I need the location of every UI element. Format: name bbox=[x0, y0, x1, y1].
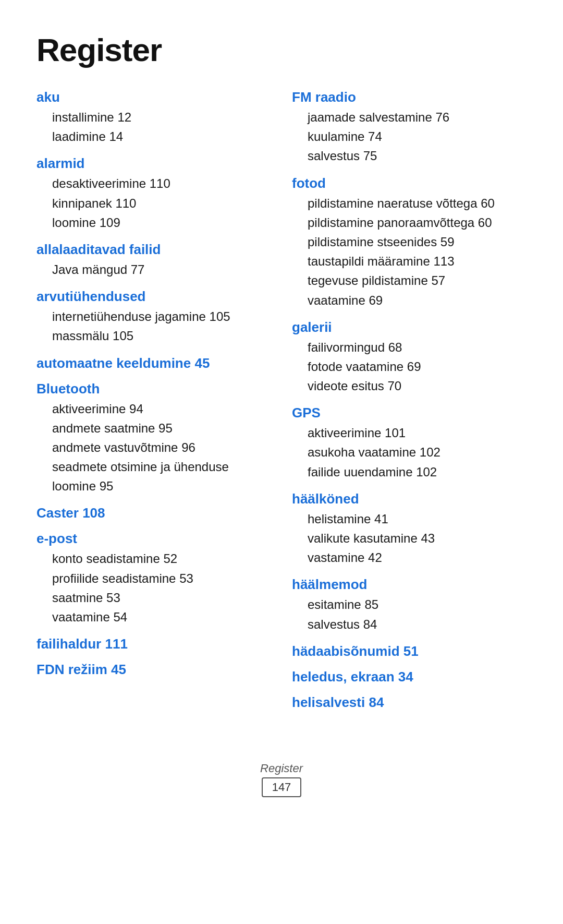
entry-subitem: jaamade salvestamine 76 bbox=[308, 107, 527, 127]
entry-header: alarmid bbox=[36, 155, 271, 172]
entry-subitem: salvestus 84 bbox=[308, 615, 527, 634]
entry-subitem: vastamine 42 bbox=[308, 548, 527, 567]
entry-header: heledus, ekraan 34 bbox=[292, 669, 527, 685]
entry-header: helisalvesti 84 bbox=[292, 694, 527, 711]
entry-subitem: tegevuse pildistamine 57 bbox=[308, 271, 527, 290]
entry-subitem: kuulamine 74 bbox=[308, 127, 527, 146]
index-entry: Caster 108 bbox=[36, 505, 271, 521]
entry-subitem: desaktiveerimine 110 bbox=[52, 174, 271, 193]
entry-subitem: andmete saatmine 95 bbox=[52, 418, 271, 438]
right-column: FM raadiojaamade salvestamine 76kuulamin… bbox=[292, 89, 527, 720]
entry-subitem: kinnipanek 110 bbox=[52, 194, 271, 213]
index-entry: häälkönedhelistamine 41valikute kasutami… bbox=[292, 491, 527, 568]
entry-subitem: laadimine 14 bbox=[52, 127, 271, 146]
entry-subitems: aktiveerimine 94andmete saatmine 95andme… bbox=[36, 399, 271, 496]
entry-header: FM raadio bbox=[292, 89, 527, 105]
entry-subitem: taustapildi määramine 113 bbox=[308, 251, 527, 271]
entry-subitems: Java mängud 77 bbox=[36, 260, 271, 279]
index-entry: helisalvesti 84 bbox=[292, 694, 527, 711]
entry-subitem: seadmete otsimine ja ühenduse loomine 95 bbox=[52, 457, 271, 496]
entry-subitems: failivormingud 68fotode vaatamine 69vide… bbox=[292, 338, 527, 396]
entry-subitem: aktiveerimine 101 bbox=[308, 423, 527, 442]
index-entry: häälmemodesitamine 85salvestus 84 bbox=[292, 577, 527, 633]
entry-subitem: Java mängud 77 bbox=[52, 260, 271, 279]
entry-header: hädaabisõnumid 51 bbox=[292, 643, 527, 659]
entry-subitem: pildistamine naeratuse võttega 60 bbox=[308, 194, 527, 213]
entry-header: galerii bbox=[292, 319, 527, 335]
entry-subitem: massmälu 105 bbox=[52, 326, 271, 345]
entry-subitem: helistamine 41 bbox=[308, 509, 527, 529]
entry-subitem: vaatamine 69 bbox=[308, 291, 527, 310]
entry-subitem: aktiveerimine 94 bbox=[52, 399, 271, 418]
index-entry: alarmiddesaktiveerimine 110kinnipanek 11… bbox=[36, 155, 271, 232]
footer-page: 147 bbox=[262, 777, 302, 797]
index-entry: hädaabisõnumid 51 bbox=[292, 643, 527, 659]
entry-subitem: internetiühenduse jagamine 105 bbox=[52, 307, 271, 326]
entry-subitem: salvestus 75 bbox=[308, 146, 527, 165]
entry-subitem: failide uuendamine 102 bbox=[308, 462, 527, 482]
entry-header: arvutiühendused bbox=[36, 289, 271, 305]
entry-subitem: pildistamine panoraamvõttega 60 bbox=[308, 213, 527, 232]
footer: Register 147 bbox=[36, 762, 527, 797]
entry-subitem: vaatamine 54 bbox=[52, 607, 271, 627]
index-entry: galeriifailivormingud 68fotode vaatamine… bbox=[292, 319, 527, 396]
entry-subitem: loomine 109 bbox=[52, 213, 271, 232]
index-entry: automaatne keeldumine 45 bbox=[36, 355, 271, 371]
entry-header: FDN režiim 45 bbox=[36, 662, 271, 678]
index-entry: failihaldur 111 bbox=[36, 636, 271, 652]
entry-header: e-post bbox=[36, 531, 271, 547]
entry-subitem: videote esitus 70 bbox=[308, 376, 527, 395]
entry-subitem: andmete vastuvõtmine 96 bbox=[52, 438, 271, 457]
entry-subitem: installimine 12 bbox=[52, 107, 271, 127]
index-columns: akuinstallimine 12laadimine 14alarmiddes… bbox=[36, 89, 527, 720]
footer-label: Register bbox=[36, 762, 527, 775]
entry-subitem: saatmine 53 bbox=[52, 588, 271, 607]
entry-header: fotod bbox=[292, 175, 527, 191]
entry-header: aku bbox=[36, 89, 271, 105]
index-entry: heledus, ekraan 34 bbox=[292, 669, 527, 685]
entry-subitem: asukoha vaatamine 102 bbox=[308, 442, 527, 462]
index-entry: e-postkonto seadistamine 52profiilide se… bbox=[36, 531, 271, 627]
entry-subitem: esitamine 85 bbox=[308, 595, 527, 614]
entry-subitem: profiilide seadistamine 53 bbox=[52, 569, 271, 588]
entry-subitem: failivormingud 68 bbox=[308, 338, 527, 357]
index-entry: FDN režiim 45 bbox=[36, 662, 271, 678]
entry-header: automaatne keeldumine 45 bbox=[36, 355, 271, 371]
index-entry: GPSaktiveerimine 101asukoha vaatamine 10… bbox=[292, 405, 527, 482]
entry-subitems: helistamine 41valikute kasutamine 43vast… bbox=[292, 509, 527, 568]
entry-subitems: internetiühenduse jagamine 105massmälu 1… bbox=[36, 307, 271, 345]
entry-subitems: installimine 12laadimine 14 bbox=[36, 107, 271, 146]
left-column: akuinstallimine 12laadimine 14alarmiddes… bbox=[36, 89, 271, 720]
index-entry: fotodpildistamine naeratuse võttega 60pi… bbox=[292, 175, 527, 310]
entry-subitems: pildistamine naeratuse võttega 60pildist… bbox=[292, 194, 527, 310]
entry-header: häälmemod bbox=[292, 577, 527, 593]
entry-subitems: desaktiveerimine 110kinnipanek 110loomin… bbox=[36, 174, 271, 232]
entry-subitems: esitamine 85salvestus 84 bbox=[292, 595, 527, 633]
entry-subitems: jaamade salvestamine 76kuulamine 74salve… bbox=[292, 107, 527, 166]
entry-subitem: fotode vaatamine 69 bbox=[308, 357, 527, 376]
entry-subitems: aktiveerimine 101asukoha vaatamine 102fa… bbox=[292, 423, 527, 482]
entry-subitem: valikute kasutamine 43 bbox=[308, 529, 527, 548]
index-entry: akuinstallimine 12laadimine 14 bbox=[36, 89, 271, 146]
entry-header: Caster 108 bbox=[36, 505, 271, 521]
index-entry: allalaaditavad failidJava mängud 77 bbox=[36, 242, 271, 279]
entry-header: GPS bbox=[292, 405, 527, 421]
entry-header: failihaldur 111 bbox=[36, 636, 271, 652]
page-title: Register bbox=[36, 31, 527, 68]
index-entry: Bluetoothaktiveerimine 94andmete saatmin… bbox=[36, 381, 271, 496]
index-entry: arvutiühendusedinternetiühenduse jagamin… bbox=[36, 289, 271, 345]
entry-header: Bluetooth bbox=[36, 381, 271, 397]
index-entry: FM raadiojaamade salvestamine 76kuulamin… bbox=[292, 89, 527, 166]
entry-subitem: konto seadistamine 52 bbox=[52, 549, 271, 568]
entry-subitems: konto seadistamine 52profiilide seadista… bbox=[36, 549, 271, 627]
entry-header: allalaaditavad failid bbox=[36, 242, 271, 258]
entry-header: häälköned bbox=[292, 491, 527, 507]
entry-subitem: pildistamine stseenides 59 bbox=[308, 232, 527, 251]
